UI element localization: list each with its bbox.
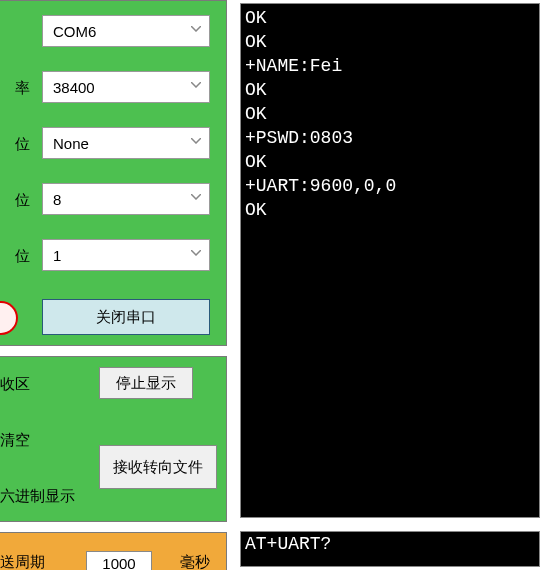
recv-to-file-button[interactable]: 接收转向文件: [99, 445, 217, 489]
clear-label: 清空: [0, 431, 30, 450]
terminal-output[interactable]: OK OK +NAME:Fei OK OK +PSWD:0803 OK +UAR…: [240, 3, 540, 518]
parity-value: None: [53, 135, 89, 152]
terminal-text: OK OK +NAME:Fei OK OK +PSWD:0803 OK +UAR…: [245, 8, 396, 220]
databits-label: 位: [0, 191, 30, 210]
stop-display-button[interactable]: 停止显示: [99, 367, 193, 399]
chevron-down-icon: [191, 26, 201, 36]
chevron-down-icon: [191, 250, 201, 260]
parity-label: 位: [0, 135, 30, 154]
recv-area-label: 收区: [0, 375, 30, 394]
baud-select[interactable]: 38400: [42, 71, 210, 103]
recv-to-file-label: 接收转向文件: [113, 458, 203, 477]
baud-label: 率: [0, 79, 30, 98]
send-panel: 送周期 1000 毫秒: [0, 532, 227, 570]
command-input[interactable]: AT+UART?: [240, 531, 540, 567]
close-port-button[interactable]: 关闭串口: [42, 299, 210, 335]
close-port-label: 关闭串口: [96, 308, 156, 327]
databits-value: 8: [53, 191, 61, 208]
hex-display-label: 六进制显示: [0, 487, 75, 506]
send-period-input[interactable]: 1000: [86, 551, 152, 570]
receive-panel: 收区 停止显示 清空 接收转向文件 六进制显示: [0, 356, 227, 522]
send-period-value: 1000: [102, 555, 135, 571]
baud-value: 38400: [53, 79, 95, 96]
port-value: COM6: [53, 23, 96, 40]
stopbits-label: 位: [0, 247, 30, 266]
serial-config-panel: COM6 率 38400 位 None 位 8: [0, 0, 227, 346]
chevron-down-icon: [191, 138, 201, 148]
status-indicator: [0, 301, 18, 335]
command-text: AT+UART?: [245, 534, 331, 554]
chevron-down-icon: [191, 194, 201, 204]
send-unit-label: 毫秒: [180, 553, 210, 570]
stopbits-select[interactable]: 1: [42, 239, 210, 271]
chevron-down-icon: [191, 82, 201, 92]
databits-select[interactable]: 8: [42, 183, 210, 215]
send-period-label: 送周期: [0, 553, 45, 570]
stopbits-value: 1: [53, 247, 61, 264]
stop-display-label: 停止显示: [116, 374, 176, 393]
parity-select[interactable]: None: [42, 127, 210, 159]
port-select[interactable]: COM6: [42, 15, 210, 47]
